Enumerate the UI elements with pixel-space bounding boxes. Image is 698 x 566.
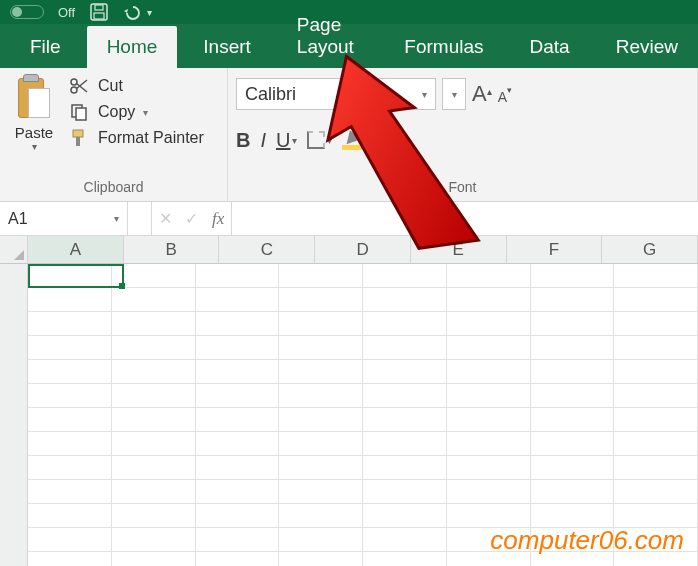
cell[interactable] bbox=[112, 384, 196, 408]
cell[interactable] bbox=[196, 504, 280, 528]
cell[interactable] bbox=[196, 480, 280, 504]
cell[interactable] bbox=[112, 552, 196, 566]
cell[interactable] bbox=[112, 504, 196, 528]
cell[interactable] bbox=[363, 504, 447, 528]
cell[interactable] bbox=[112, 480, 196, 504]
cell[interactable] bbox=[28, 384, 112, 408]
cell[interactable] bbox=[28, 504, 112, 528]
cell[interactable] bbox=[112, 456, 196, 480]
column-header[interactable]: E bbox=[411, 236, 507, 263]
column-header[interactable]: D bbox=[315, 236, 411, 263]
cell[interactable] bbox=[28, 480, 112, 504]
paste-button[interactable]: Paste ▾ bbox=[8, 72, 60, 177]
font-name-combo[interactable]: Calibri ▾ bbox=[236, 78, 436, 110]
cell[interactable] bbox=[363, 408, 447, 432]
cell[interactable] bbox=[363, 360, 447, 384]
cell[interactable] bbox=[28, 432, 112, 456]
cell[interactable] bbox=[196, 456, 280, 480]
bold-button[interactable]: B bbox=[236, 129, 250, 152]
cell[interactable] bbox=[279, 480, 363, 504]
cell[interactable] bbox=[363, 552, 447, 566]
cell[interactable] bbox=[28, 336, 112, 360]
cell[interactable] bbox=[614, 384, 698, 408]
cell[interactable] bbox=[196, 552, 280, 566]
cell[interactable] bbox=[531, 456, 615, 480]
cell[interactable] bbox=[196, 528, 280, 552]
cell[interactable] bbox=[279, 336, 363, 360]
cell[interactable] bbox=[614, 360, 698, 384]
tab-page-layout[interactable]: Page Layout bbox=[277, 4, 379, 68]
cell[interactable] bbox=[196, 264, 280, 288]
cell[interactable] bbox=[363, 312, 447, 336]
cell[interactable] bbox=[112, 528, 196, 552]
cell[interactable] bbox=[279, 384, 363, 408]
cell[interactable] bbox=[531, 408, 615, 432]
cell[interactable] bbox=[531, 360, 615, 384]
tab-data[interactable]: Data bbox=[510, 26, 590, 68]
cell[interactable] bbox=[447, 312, 531, 336]
cell[interactable] bbox=[112, 288, 196, 312]
cell[interactable] bbox=[279, 528, 363, 552]
select-all-corner[interactable] bbox=[0, 236, 28, 264]
enter-formula-button[interactable]: ✓ bbox=[185, 209, 198, 228]
cell[interactable] bbox=[363, 288, 447, 312]
column-header[interactable]: G bbox=[602, 236, 698, 263]
cell[interactable] bbox=[196, 360, 280, 384]
cell[interactable] bbox=[447, 360, 531, 384]
cells-area[interactable] bbox=[28, 264, 698, 566]
cell[interactable] bbox=[447, 288, 531, 312]
tab-file[interactable]: File bbox=[10, 26, 81, 68]
cell[interactable] bbox=[279, 408, 363, 432]
cell[interactable] bbox=[279, 264, 363, 288]
grow-font-button[interactable]: A▴ bbox=[472, 81, 492, 107]
cut-button[interactable]: Cut bbox=[68, 76, 204, 96]
cell[interactable] bbox=[28, 288, 112, 312]
column-header[interactable]: C bbox=[219, 236, 315, 263]
cell[interactable] bbox=[196, 312, 280, 336]
cell[interactable] bbox=[363, 528, 447, 552]
cell[interactable] bbox=[614, 336, 698, 360]
formula-bar-input[interactable] bbox=[232, 202, 698, 235]
cell[interactable] bbox=[531, 264, 615, 288]
cell[interactable] bbox=[28, 552, 112, 566]
chevron-down-icon[interactable]: ▾ bbox=[143, 107, 148, 118]
tab-review[interactable]: Review bbox=[596, 26, 698, 68]
borders-button[interactable]: ▾ bbox=[307, 131, 332, 149]
cell[interactable] bbox=[614, 432, 698, 456]
save-button[interactable] bbox=[89, 2, 109, 22]
cell[interactable] bbox=[363, 384, 447, 408]
cell[interactable] bbox=[279, 504, 363, 528]
format-painter-button[interactable]: Format Painter bbox=[68, 128, 204, 148]
cell[interactable] bbox=[279, 312, 363, 336]
cell[interactable] bbox=[196, 288, 280, 312]
cell[interactable] bbox=[447, 480, 531, 504]
column-header[interactable]: B bbox=[124, 236, 220, 263]
cancel-formula-button[interactable]: ✕ bbox=[159, 209, 172, 228]
column-header[interactable]: A bbox=[28, 236, 124, 263]
cell[interactable] bbox=[363, 456, 447, 480]
cell[interactable] bbox=[614, 480, 698, 504]
cell[interactable] bbox=[279, 456, 363, 480]
cell[interactable] bbox=[614, 288, 698, 312]
cell[interactable] bbox=[196, 384, 280, 408]
tab-home[interactable]: Home bbox=[87, 26, 178, 68]
insert-function-button[interactable]: fx bbox=[212, 209, 224, 229]
cell[interactable] bbox=[531, 312, 615, 336]
cell[interactable] bbox=[531, 288, 615, 312]
cell[interactable] bbox=[363, 432, 447, 456]
undo-button[interactable]: ▾ bbox=[123, 3, 152, 21]
italic-button[interactable]: I bbox=[260, 129, 266, 152]
cell[interactable] bbox=[279, 288, 363, 312]
cell[interactable] bbox=[447, 336, 531, 360]
cell[interactable] bbox=[279, 552, 363, 566]
cell[interactable] bbox=[112, 432, 196, 456]
cell[interactable] bbox=[28, 456, 112, 480]
cell[interactable] bbox=[196, 432, 280, 456]
font-size-combo[interactable]: ▾ bbox=[442, 78, 466, 110]
cell[interactable] bbox=[614, 312, 698, 336]
cell[interactable] bbox=[112, 408, 196, 432]
font-color-button[interactable]: A▾ bbox=[381, 127, 406, 153]
worksheet-grid[interactable]: A B C D E F G bbox=[0, 236, 698, 566]
cell[interactable] bbox=[363, 336, 447, 360]
cell[interactable] bbox=[363, 264, 447, 288]
